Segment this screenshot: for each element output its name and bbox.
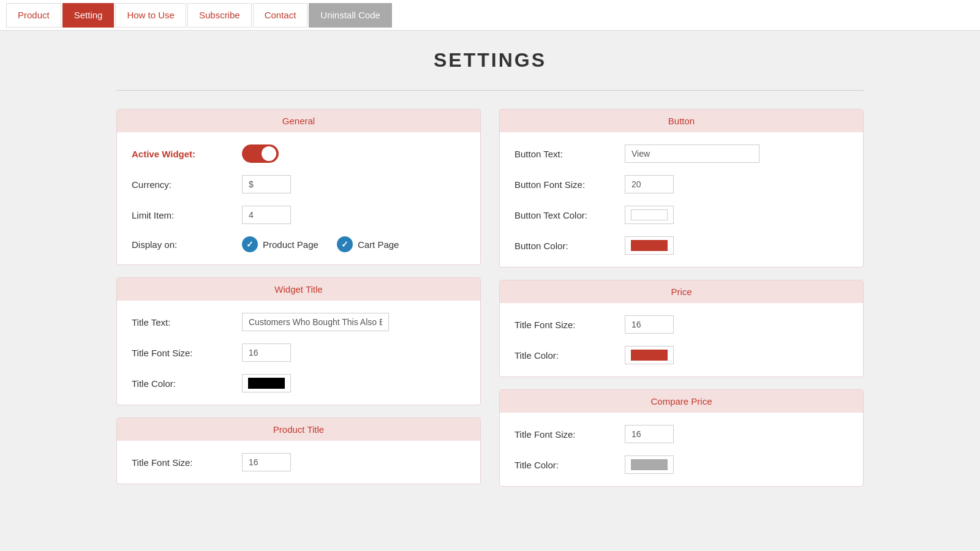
widget-title-font-size-row: Title Font Size: bbox=[132, 343, 466, 362]
compare-price-font-size-label: Title Font Size: bbox=[514, 429, 625, 440]
compare-price-color-label: Title Color: bbox=[514, 460, 625, 470]
widget-title-header: Widget Title bbox=[117, 278, 480, 301]
currency-row: Currency: bbox=[132, 175, 466, 193]
compare-price-header: Compare Price bbox=[500, 390, 863, 413]
right-column: Button Button Text: Button Font Size: bbox=[499, 109, 864, 487]
limit-item-row: Limit Item: bbox=[132, 206, 466, 224]
widget-title-color-row: Title Color: bbox=[132, 374, 466, 392]
button-font-size-input[interactable] bbox=[625, 175, 674, 193]
compare-price-font-size-input[interactable] bbox=[625, 425, 674, 443]
button-font-size-row: Button Font Size: bbox=[514, 175, 848, 193]
currency-label: Currency: bbox=[132, 179, 242, 190]
widget-title-font-size-input[interactable] bbox=[242, 343, 291, 362]
divider bbox=[116, 90, 864, 91]
nav-setting[interactable]: Setting bbox=[62, 3, 115, 28]
compare-price-section: Compare Price Title Font Size: Title Col… bbox=[499, 389, 864, 487]
price-font-size-label: Title Font Size: bbox=[514, 320, 625, 330]
button-color-inner bbox=[631, 240, 668, 251]
price-color-swatch[interactable] bbox=[625, 346, 674, 364]
widget-title-color-swatch[interactable] bbox=[242, 374, 291, 392]
button-text-color-swatch[interactable] bbox=[625, 206, 674, 224]
product-title-font-size-input[interactable] bbox=[242, 453, 291, 471]
compare-price-color-inner bbox=[631, 459, 668, 470]
widget-title-body: Title Text: Title Font Size: Title Color… bbox=[117, 301, 480, 405]
button-color-label: Button Color: bbox=[514, 241, 625, 251]
navigation: Product Setting How to Use Subscribe Con… bbox=[0, 0, 980, 31]
cart-page-check-circle: ✓ bbox=[337, 236, 353, 252]
settings-grid: General Active Widget: bbox=[116, 109, 864, 487]
toggle-slider bbox=[242, 144, 279, 163]
compare-price-body: Title Font Size: Title Color: bbox=[500, 413, 863, 486]
currency-input[interactable] bbox=[242, 175, 291, 193]
button-color-swatch[interactable] bbox=[625, 236, 674, 255]
price-header: Price bbox=[500, 280, 863, 303]
product-title-header: Product Title bbox=[117, 418, 480, 441]
general-section: General Active Widget: bbox=[116, 109, 481, 265]
widget-title-section: Widget Title Title Text: Title Font Size… bbox=[116, 277, 481, 405]
button-font-size-label: Button Font Size: bbox=[514, 179, 625, 190]
button-text-color-label: Button Text Color: bbox=[514, 210, 625, 220]
cart-page-checkbox-item[interactable]: ✓ Cart Page bbox=[337, 236, 399, 252]
nav-how-to-use[interactable]: How to Use bbox=[115, 3, 186, 28]
product-title-section: Product Title Title Font Size: bbox=[116, 418, 481, 484]
display-on-row: Display on: ✓ Product Page ✓ bbox=[132, 236, 466, 252]
compare-price-color-row: Title Color: bbox=[514, 455, 848, 474]
general-body: Active Widget: Currency: bbox=[117, 132, 480, 264]
product-page-checkbox-item[interactable]: ✓ Product Page bbox=[242, 236, 318, 252]
product-title-font-size-label: Title Font Size: bbox=[132, 457, 242, 468]
toggle-knob bbox=[262, 146, 276, 161]
button-color-row: Button Color: bbox=[514, 236, 848, 255]
button-text-input[interactable] bbox=[625, 144, 760, 163]
button-text-label: Button Text: bbox=[514, 149, 625, 159]
compare-price-font-size-row: Title Font Size: bbox=[514, 425, 848, 443]
display-on-label: Display on: bbox=[132, 239, 242, 250]
button-body: Button Text: Button Font Size: Button Te… bbox=[500, 132, 863, 267]
button-section: Button Button Text: Button Font Size: bbox=[499, 109, 864, 268]
button-text-color-row: Button Text Color: bbox=[514, 206, 848, 224]
limit-item-label: Limit Item: bbox=[132, 210, 242, 220]
nav-uninstall[interactable]: Uninstall Code bbox=[309, 3, 392, 28]
page-title: SETTINGS bbox=[116, 49, 864, 72]
cart-page-checkmark: ✓ bbox=[341, 239, 349, 249]
product-page-label: Product Page bbox=[263, 239, 318, 250]
price-section: Price Title Font Size: Title Color: bbox=[499, 280, 864, 377]
general-header: General bbox=[117, 110, 480, 132]
product-page-checkmark: ✓ bbox=[246, 239, 254, 249]
active-widget-row: Active Widget: bbox=[132, 144, 466, 163]
title-text-input[interactable] bbox=[242, 313, 389, 331]
price-font-size-input[interactable] bbox=[625, 315, 674, 334]
active-widget-toggle-wrap bbox=[242, 144, 279, 163]
nav-contact[interactable]: Contact bbox=[253, 3, 308, 28]
cart-page-label: Cart Page bbox=[358, 239, 399, 250]
nav-subscribe[interactable]: Subscribe bbox=[187, 3, 252, 28]
price-font-size-row: Title Font Size: bbox=[514, 315, 848, 334]
product-title-body: Title Font Size: bbox=[117, 441, 480, 484]
display-on-checkboxes: ✓ Product Page ✓ Cart Page bbox=[242, 236, 399, 252]
button-header: Button bbox=[500, 110, 863, 132]
widget-title-color-label: Title Color: bbox=[132, 378, 242, 389]
active-widget-label: Active Widget: bbox=[132, 149, 242, 159]
title-text-row: Title Text: bbox=[132, 313, 466, 331]
title-text-label: Title Text: bbox=[132, 317, 242, 328]
active-widget-toggle[interactable] bbox=[242, 144, 279, 163]
product-page-check-circle: ✓ bbox=[242, 236, 258, 252]
compare-price-color-swatch[interactable] bbox=[625, 455, 674, 474]
main-content: SETTINGS General Active Widget: bbox=[104, 31, 876, 505]
product-title-font-size-row: Title Font Size: bbox=[132, 453, 466, 471]
left-column: General Active Widget: bbox=[116, 109, 481, 484]
widget-title-font-size-label: Title Font Size: bbox=[132, 348, 242, 358]
price-color-row: Title Color: bbox=[514, 346, 848, 364]
widget-title-color-inner bbox=[248, 378, 285, 389]
nav-product[interactable]: Product bbox=[6, 3, 61, 28]
price-color-inner bbox=[631, 350, 668, 361]
button-text-color-inner bbox=[631, 209, 668, 220]
limit-item-input[interactable] bbox=[242, 206, 291, 224]
price-color-label: Title Color: bbox=[514, 350, 625, 361]
price-body: Title Font Size: Title Color: bbox=[500, 303, 863, 377]
button-text-row: Button Text: bbox=[514, 144, 848, 163]
